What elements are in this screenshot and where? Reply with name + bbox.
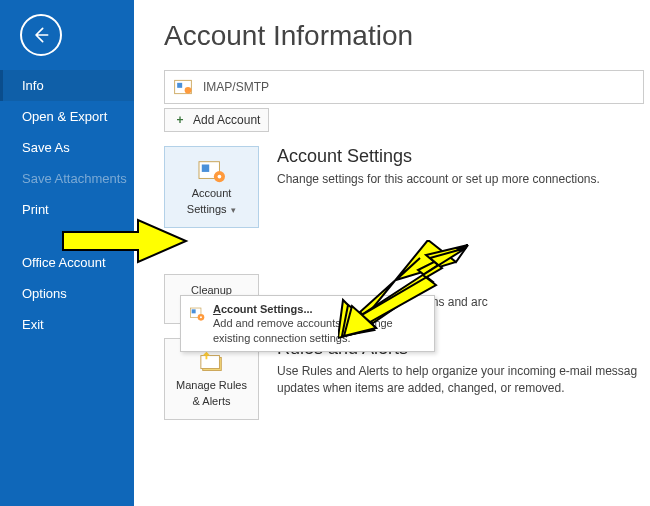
manage-rules-btn-line2: & Alerts: [193, 395, 231, 408]
manage-rules-btn-line1: Manage Rules: [176, 379, 247, 392]
svg-rect-10: [205, 355, 207, 359]
account-settings-btn-line2: Settings: [187, 203, 227, 215]
account-settings-desc: Change settings for this account or set …: [277, 171, 650, 188]
account-icon: [173, 77, 193, 97]
annotation-arrow-1: [58, 215, 193, 267]
chevron-down-icon: ▾: [229, 205, 237, 215]
svg-marker-9: [202, 352, 209, 356]
svg-rect-1: [177, 83, 182, 88]
svg-rect-12: [192, 309, 196, 313]
rules-alerts-icon: [197, 350, 227, 376]
sidebar-item-info[interactable]: Info: [0, 70, 134, 101]
account-settings-btn-line1: Account: [192, 187, 232, 200]
account-selector[interactable]: IMAP/SMTP: [164, 70, 644, 104]
svg-rect-8: [200, 355, 219, 368]
sidebar-item-save-as[interactable]: Save As: [0, 132, 134, 163]
sidebar-item-options[interactable]: Options: [0, 278, 134, 309]
account-type-label: IMAP/SMTP: [203, 80, 269, 94]
annotation-arrow-2: [338, 240, 478, 340]
dropdown-title-text: ccount Settings...: [221, 303, 313, 315]
page-title: Account Information: [164, 20, 650, 52]
sidebar-item-open-export[interactable]: Open & Export: [0, 101, 134, 132]
back-button[interactable]: [20, 14, 62, 56]
add-account-button[interactable]: + Add Account: [164, 108, 269, 132]
account-settings-small-icon: [189, 302, 205, 326]
svg-point-2: [185, 87, 192, 94]
arrow-left-icon: [31, 25, 51, 45]
svg-point-14: [200, 316, 202, 318]
plus-icon: +: [173, 113, 187, 127]
add-account-label: Add Account: [193, 113, 260, 127]
svg-marker-15: [63, 220, 186, 262]
sidebar-item-exit[interactable]: Exit: [0, 309, 134, 340]
svg-point-6: [217, 175, 221, 179]
rules-alerts-desc: Use Rules and Alerts to help organize yo…: [277, 363, 650, 397]
account-settings-title: Account Settings: [277, 146, 650, 167]
sidebar-item-save-attachments: Save Attachments: [0, 163, 134, 194]
account-settings-icon: [197, 158, 227, 184]
svg-rect-4: [201, 164, 208, 171]
